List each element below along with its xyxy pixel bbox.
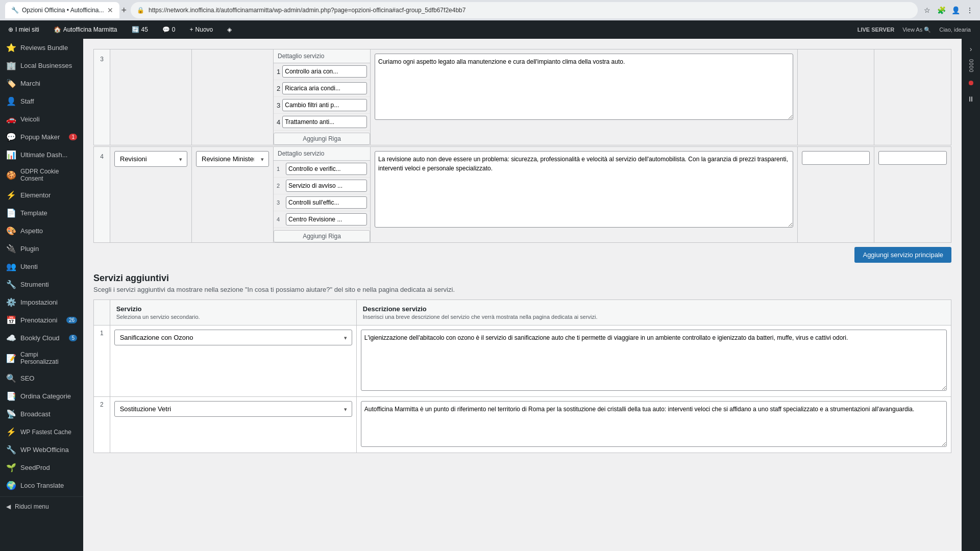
tab-close-button[interactable]: ✕ <box>107 6 113 14</box>
descrizione-textarea-3[interactable]: Curiamo ogni aspetto legato alla manuten… <box>375 54 793 120</box>
sidebar-item-wp-fastest-cache[interactable]: ⚡ WP Fastest Cache <box>0 423 83 441</box>
sidebar-item-gdpr[interactable]: 🍪 GDPR Cookie Consent <box>0 164 83 186</box>
sidebar-item-popup-maker[interactable]: 💬 Popup Maker 1 <box>0 128 83 146</box>
wp-content: 3 Dettaglio servizio 1 2 <box>83 39 962 551</box>
popup-badge: 1 <box>69 134 77 140</box>
row-number-4: 4 <box>93 146 110 243</box>
new-tab-button[interactable]: + <box>121 5 127 16</box>
sidebar-item-template[interactable]: 📄 Template <box>0 204 83 222</box>
descrizione-textarea-4[interactable]: La revisione auto non deve essere un pro… <box>375 151 793 228</box>
categoria-select[interactable]: Revisioni <box>114 151 187 167</box>
collapse-arrow-icon: ◀ <box>6 503 11 510</box>
new-content-menu[interactable]: + Nuovo <box>187 20 216 39</box>
sidebar-label: WP Fastest Cache <box>20 429 71 436</box>
popup-maker-icon: 💬 <box>6 132 16 142</box>
site-name-menu[interactable]: 🏠 Autofficina Marmitta <box>51 20 120 39</box>
elementor-icon: ⚡ <box>6 190 16 200</box>
visual-composer-menu[interactable]: ◈ <box>224 20 235 39</box>
dettaglio-input-4-2[interactable] <box>286 180 367 192</box>
row2-servizio-select[interactable]: Sostituzione Vetri <box>114 401 352 417</box>
sidebar-label: GDPR Cookie Consent <box>20 168 77 182</box>
sidebar-item-bookly-cloud[interactable]: ☁️ Bookly Cloud 5 <box>0 329 83 347</box>
profile-icon[interactable]: 👤 <box>950 5 961 15</box>
sidebar-item-utenti[interactable]: 👥 Utenti <box>0 258 83 276</box>
right-panel-pause-button[interactable]: ⏸ <box>965 93 976 105</box>
updates-menu[interactable]: 🔄 45 <box>129 20 151 39</box>
staff-icon: 👤 <box>6 96 16 106</box>
comments-icon: 💬 <box>162 26 170 33</box>
aggiungi-riga-4[interactable]: Aggiungi Riga <box>274 230 370 242</box>
dettaglio-input-3-2[interactable] <box>282 82 367 94</box>
row4-text-input-1[interactable] <box>802 151 870 165</box>
address-bar[interactable]: 🔒 https://network.inofficina.it/autoffic… <box>131 2 918 18</box>
dettaglio-row-4-1: 1 <box>274 161 370 178</box>
sidebar-item-aspetto[interactable]: 🎨 Aspetto <box>0 222 83 240</box>
wp-logo-icon: ⊕ <box>8 26 13 33</box>
section3-row: 3 Dettaglio servizio 1 2 <box>93 49 951 145</box>
marchi-icon: 🏷️ <box>6 79 16 88</box>
sidebar-item-staff[interactable]: 👤 Staff <box>0 92 83 110</box>
sottocategoria-select[interactable]: Revisione Ministeriale <box>196 151 269 167</box>
reviews-bundle-icon: ⭐ <box>6 43 16 53</box>
right-panel-arrow-button[interactable]: › <box>968 43 974 55</box>
sidebar-label: Prenotazioni <box>20 316 57 324</box>
sidebar-item-marchi[interactable]: 🏷️ Marchi <box>0 74 83 92</box>
seo-icon: 🔍 <box>6 373 16 383</box>
menu-icon[interactable]: ⋮ <box>965 5 975 15</box>
dettaglio-input-3-4[interactable] <box>282 116 367 128</box>
bookmarks-icon[interactable]: ☆ <box>922 5 932 15</box>
dettaglio-input-3-3[interactable] <box>282 99 367 111</box>
sidebar-item-strumenti[interactable]: 🔧 Strumenti <box>0 276 83 293</box>
sidebar-collapse-button[interactable]: ◀ Riduci menu <box>0 499 83 514</box>
dettaglio-input-4-3[interactable] <box>286 196 367 209</box>
table-row-1: 1 Sanificazione con Ozono L'igienizzazio… <box>94 325 951 397</box>
browser-tab-active[interactable]: 🔧 Opzioni Officina • Autofficina... ✕ <box>5 2 119 18</box>
row4-text-input-2[interactable] <box>878 151 947 165</box>
row3-extra1 <box>798 49 874 145</box>
sidebar-item-veicoli[interactable]: 🚗 Veicoli <box>0 110 83 128</box>
sidebar-item-plugin[interactable]: 🔌 Plugin <box>0 240 83 258</box>
row1-descrizione-textarea[interactable]: L'igienizzazione dell'abitacolo con ozon… <box>361 330 947 391</box>
extensions-icon[interactable]: 🧩 <box>936 5 946 15</box>
dettaglio-input-3-1[interactable] <box>282 65 367 78</box>
sidebar-item-reviews-bundle[interactable]: ⭐ Reviews Bundle <box>0 39 83 57</box>
row2-descrizione-textarea[interactable]: Autofficina Marmitta è un punto di rifer… <box>361 401 947 447</box>
seed-prod-icon: 🌱 <box>6 463 16 472</box>
comments-menu[interactable]: 💬 0 <box>159 20 179 39</box>
live-server-label: LIVE SERVER <box>857 27 895 33</box>
sidebar-label: SeedProd <box>20 464 50 471</box>
right-panel-record-button[interactable]: ⏺ <box>965 77 976 89</box>
sidebar-item-campi-personalizzati[interactable]: 📝 Campi Personalizzati <box>0 347 83 369</box>
sidebar-divider <box>0 496 83 497</box>
dettaglio-input-4-4[interactable] <box>286 213 367 226</box>
row2-descrizione-cell: Autofficina Marmitta è un punto di rifer… <box>356 397 951 453</box>
row-num-2: 2 <box>94 397 110 453</box>
sidebar-item-ordina-categorie[interactable]: 📑 Ordina Categorie <box>0 387 83 405</box>
servizi-aggiuntivi-section: Servizi aggiuntivi Scegli i servizi aggi… <box>93 273 951 453</box>
sidebar-item-seed-prod[interactable]: 🌱 SeedProd <box>0 459 83 477</box>
utenti-icon: 👥 <box>6 262 16 271</box>
sidebar-item-loco-translate[interactable]: 🌍 Loco Translate <box>0 477 83 494</box>
aggiungi-servizio-principale-button[interactable]: Aggiungi servizio principale <box>854 247 951 263</box>
sidebar-label: Loco Translate <box>20 482 64 489</box>
th-descrizione-sub: Inserisci una breve descrizione del serv… <box>363 314 945 320</box>
sidebar-item-wp-web-officina[interactable]: 🔧 WP WebOfficina <box>0 441 83 459</box>
sidebar-item-ultimate-dash[interactable]: 📊 Ultimate Dash... <box>0 146 83 164</box>
my-sites-menu[interactable]: ⊕ I miei siti <box>5 20 42 39</box>
th-servizio-label: Servizio <box>116 305 350 313</box>
sidebar-item-broadcast[interactable]: 📡 Broadcast <box>0 405 83 423</box>
sidebar-item-elementor[interactable]: ⚡ Elementor <box>0 186 83 204</box>
sidebar-label: Elementor <box>20 191 51 199</box>
sidebar-item-impostazioni[interactable]: ⚙️ Impostazioni <box>0 293 83 311</box>
sidebar-item-local-businesses[interactable]: 🏢 Local Businesses <box>0 57 83 74</box>
row1-servizio-select[interactable]: Sanificazione con Ozono <box>114 330 352 345</box>
row3-subcat-col <box>192 49 274 145</box>
new-label: Nuovo <box>195 26 213 33</box>
aggiungi-riga-3[interactable]: Aggiungi Riga <box>274 133 370 145</box>
gdpr-icon: 🍪 <box>6 170 16 180</box>
sidebar-item-seo[interactable]: 🔍 SEO <box>0 369 83 387</box>
ordina-icon: 📑 <box>6 391 16 401</box>
tab-title: Opzioni Officina • Autofficina... <box>22 7 104 14</box>
sidebar-item-prenotazioni[interactable]: 📅 Prenotazioni 26 <box>0 311 83 329</box>
dettaglio-input-4-1[interactable] <box>286 163 367 175</box>
